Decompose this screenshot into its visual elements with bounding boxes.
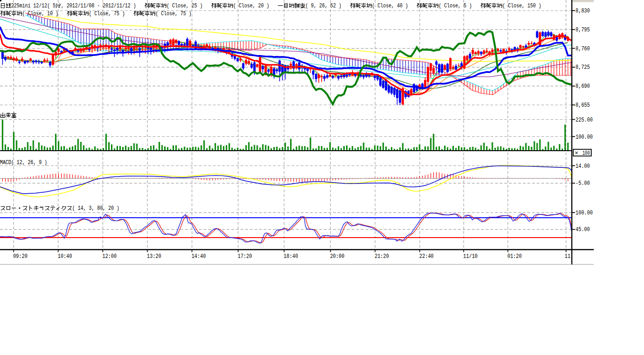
svg-text:10:40: 10:40 xyxy=(58,253,72,260)
svg-text:14:40: 14:40 xyxy=(192,253,206,260)
svg-text:MACD( 12, 26, 9 ): MACD( 12, 26, 9 ) xyxy=(0,159,47,166)
svg-text:20:00: 20:00 xyxy=(330,253,344,260)
svg-text:225mini 12/12( 5: 225mini 12/12( 5 xyxy=(11,3,56,9)
svg-text:8,655: 8,655 xyxy=(576,102,590,109)
svg-text:45.00: 45.00 xyxy=(576,226,590,233)
svg-text:( Close, 75 ): ( Close, 75 ) xyxy=(155,11,192,17)
svg-text:-5.00: -5.00 xyxy=(576,180,590,187)
svg-text:8,830: 8,830 xyxy=(576,8,590,14)
svg-text:( 9, 26, 52 ): ( 9, 26, 52 ) xyxy=(305,3,350,9)
svg-text:11: 11 xyxy=(565,253,570,260)
svg-text:( Close, 20 ): ( Close, 20 ) xyxy=(233,3,278,9)
svg-text:( Close, 25 ): ( Close, 25 ) xyxy=(167,3,211,9)
svg-text:17:20: 17:20 xyxy=(238,253,252,260)
svg-text:100: 100 xyxy=(582,150,590,157)
svg-text:8,760: 8,760 xyxy=(576,46,590,52)
svg-text:14.00: 14.00 xyxy=(576,163,590,170)
svg-text:12:00: 12:00 xyxy=(102,253,117,260)
svg-text:100.00: 100.00 xyxy=(576,210,593,216)
svg-text:, 2012/11/08 - 2012/11/12 ): , 2012/11/08 - 2012/11/12 ) xyxy=(61,3,144,9)
svg-text:13:20: 13:20 xyxy=(147,253,161,260)
svg-text:8,795: 8,795 xyxy=(576,27,590,33)
svg-text:( Close, 75 ): ( Close, 75 ) xyxy=(89,11,133,17)
svg-text:( Close, 10 ): ( Close, 10 ) xyxy=(22,11,67,17)
svg-text:18:40: 18:40 xyxy=(284,253,298,260)
svg-text:225.00: 225.00 xyxy=(576,117,593,123)
svg-text:09:20: 09:20 xyxy=(13,253,27,260)
svg-text:21:20: 21:20 xyxy=(375,253,389,260)
svg-text:100.00: 100.00 xyxy=(576,134,593,141)
svg-text:( Close, 40 ): ( Close, 40 ) xyxy=(372,3,416,9)
svg-text:8,725: 8,725 xyxy=(576,64,590,71)
svg-text:( Close, 150 ): ( Close, 150 ) xyxy=(502,3,541,9)
svg-text:01:20: 01:20 xyxy=(508,253,522,260)
svg-text:11/10: 11/10 xyxy=(463,253,477,260)
svg-text:22:40: 22:40 xyxy=(419,253,433,260)
svg-text:8,690: 8,690 xyxy=(576,83,590,90)
svg-text:( 14, 3, 80, 20 ): ( 14, 3, 80, 20 ) xyxy=(72,205,119,212)
svg-text:×: × xyxy=(575,150,578,157)
svg-text:( Close, 5 ): ( Close, 5 ) xyxy=(439,3,480,9)
